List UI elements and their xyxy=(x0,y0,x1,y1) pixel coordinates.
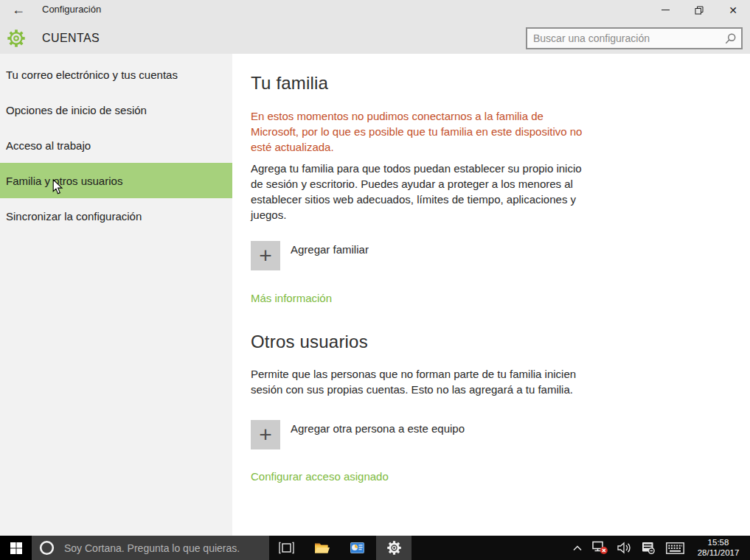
gear-icon xyxy=(386,540,402,556)
assigned-access-link[interactable]: Configurar acceso asignado xyxy=(251,470,389,483)
family-section-heading: Tu familia xyxy=(251,73,750,94)
back-button[interactable]: ← xyxy=(6,0,31,20)
sidebar-item-family-other-users[interactable]: Familia y otros usuarios xyxy=(0,163,232,198)
search-input[interactable] xyxy=(527,32,725,44)
file-explorer-button[interactable] xyxy=(305,536,338,560)
sidebar-item-signin-options[interactable]: Opciones de inicio de sesión xyxy=(0,92,232,127)
cortana-placeholder-text: Soy Cortana. Pregunta lo que quieras. xyxy=(64,542,240,554)
settings-search-box[interactable] xyxy=(526,27,743,49)
folder-icon xyxy=(314,542,330,554)
network-status-button[interactable] xyxy=(588,536,612,560)
plus-icon: + xyxy=(251,241,280,270)
back-arrow-icon: ← xyxy=(12,2,25,18)
plus-icon: + xyxy=(251,420,280,449)
taskbar: Soy Cortana. Pregunta lo que quieras. xyxy=(0,536,750,560)
touch-keyboard-button[interactable] xyxy=(661,536,689,560)
close-button[interactable]: ✕ xyxy=(716,0,750,20)
other-users-description: Permite que las personas que no forman p… xyxy=(251,366,596,397)
search-icon[interactable] xyxy=(725,33,736,44)
cortana-search-bar[interactable]: Soy Cortana. Pregunta lo que quieras. xyxy=(32,536,269,560)
more-info-link[interactable]: Más información xyxy=(251,292,332,304)
minimize-button[interactable] xyxy=(648,0,682,20)
clock-date: 28/11/2017 xyxy=(698,548,740,559)
restore-button[interactable] xyxy=(682,0,716,20)
clock-time: 15:58 xyxy=(708,538,729,548)
settings-taskbar-button[interactable] xyxy=(376,536,412,560)
settings-gear-icon xyxy=(7,29,26,51)
close-icon: ✕ xyxy=(729,5,737,15)
add-other-user-button[interactable]: + Agregar otra persona a este equipo xyxy=(251,420,750,449)
main-area: Tu correo electrónico y tus cuentas Opci… xyxy=(0,54,750,536)
mouse-cursor xyxy=(52,179,63,195)
sidebar-item-work-access[interactable]: Acceso al trabajo xyxy=(0,127,232,163)
task-view-icon xyxy=(279,542,294,554)
volume-button[interactable] xyxy=(613,536,636,560)
sidebar-item-sync-settings[interactable]: Sincronizar la configuración xyxy=(0,198,232,234)
settings-window: ← Configuración ✕ xyxy=(0,0,750,560)
taskbar-clock[interactable]: 15:58 28/11/2017 xyxy=(689,536,748,560)
tray-show-hidden-icons-button[interactable] xyxy=(567,536,588,560)
add-family-member-label: Agregar familiar xyxy=(291,243,369,256)
family-description: Agrega tu familia para que todos puedan … xyxy=(251,161,584,223)
page-title: CUENTAS xyxy=(42,32,100,45)
add-family-member-button[interactable]: + Agregar familiar xyxy=(251,241,750,270)
list-status-icon xyxy=(642,542,655,554)
speaker-icon xyxy=(617,542,632,554)
minimize-icon xyxy=(662,10,670,10)
add-other-user-label: Agregar otra persona a este equipo xyxy=(291,422,465,435)
sidebar: Tu correo electrónico y tus cuentas Opci… xyxy=(0,54,232,536)
window-title: Configuración xyxy=(42,4,101,15)
network-disconnected-icon xyxy=(592,541,608,555)
window-controls: ✕ xyxy=(648,0,750,20)
task-view-button[interactable] xyxy=(270,536,302,560)
chevron-up-icon xyxy=(573,545,582,551)
keyboard-icon xyxy=(666,542,684,554)
title-bar: ← Configuración ✕ xyxy=(0,0,750,54)
restore-icon xyxy=(695,6,704,15)
sidebar-item-email-accounts[interactable]: Tu correo electrónico y tus cuentas xyxy=(0,57,232,92)
system-app-button[interactable] xyxy=(341,536,373,560)
family-warning-text: En estos momentos no pudimos conectarnos… xyxy=(251,108,584,155)
content-pane: Tu familia En estos momentos no pudimos … xyxy=(232,54,750,536)
system-panel-icon xyxy=(350,542,364,553)
cortana-icon xyxy=(38,539,55,556)
other-users-heading: Otros usuarios xyxy=(251,332,750,352)
start-button[interactable] xyxy=(0,536,32,560)
windows-logo-icon xyxy=(10,542,22,554)
notification-status-button[interactable] xyxy=(637,536,659,560)
